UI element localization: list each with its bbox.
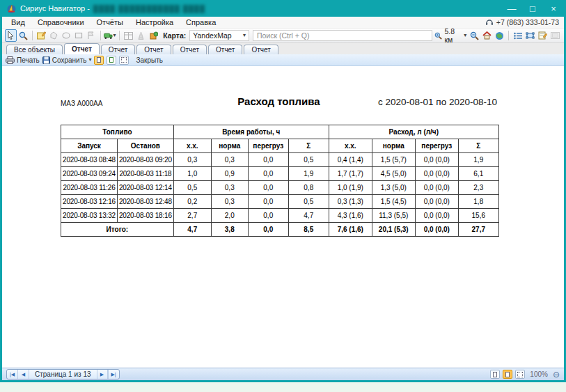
table-cell: 0,2 xyxy=(173,195,211,209)
ellipse-tool-button[interactable] xyxy=(61,29,72,42)
fuel-report-table: ТопливоВремя работы, чРасход, л (л/ч)Зап… xyxy=(61,125,499,237)
print-button[interactable]: Печать xyxy=(6,56,40,64)
tab-5[interactable]: Отчет xyxy=(208,45,242,54)
report-period: с 2020-08-01 по 2020-08-10 xyxy=(378,97,497,107)
table-totals-row: Итого:4,73,80,08,57,6 (1,6)20,1 (5,3)0,0… xyxy=(61,223,499,237)
page-fit-icon xyxy=(109,57,113,63)
table-cell: 0,0 xyxy=(248,181,288,195)
menu-item-2[interactable]: Отчёты xyxy=(91,17,129,28)
totals-cell: 7,6 (1,6) xyxy=(329,223,372,237)
headset-icon xyxy=(485,19,494,26)
home-button[interactable] xyxy=(481,29,493,42)
table-cell: 0,0 (0,0) xyxy=(415,209,458,223)
tab-2[interactable]: Отчет xyxy=(101,45,135,54)
map-scale-caret-icon: ▾ xyxy=(464,33,466,38)
view-mode-single-button[interactable] xyxy=(490,370,500,379)
toolbar-separator xyxy=(508,31,509,40)
minimize-button[interactable]: — xyxy=(501,0,522,17)
polygon-tool-button[interactable] xyxy=(48,29,60,42)
view-mode-grid-button[interactable] xyxy=(515,370,525,379)
totals-cell: 3,8 xyxy=(211,223,248,237)
table-cell: 2020-08-03 09:24 xyxy=(61,167,118,181)
magnifier-icon xyxy=(19,31,28,40)
table-cell: 0,0 (0,0) xyxy=(415,167,458,181)
prev-page-button[interactable]: ◀ xyxy=(18,370,29,379)
first-page-button[interactable]: |◀ xyxy=(7,370,18,379)
home-icon xyxy=(482,31,492,40)
map-select-value: YandexMap xyxy=(193,31,231,40)
screenshot-button[interactable] xyxy=(549,29,561,42)
menu-item-3[interactable]: Настройка xyxy=(129,17,180,28)
floppy-icon xyxy=(42,56,50,64)
table-cell: 0,3 xyxy=(211,181,248,195)
rectangle-tool-button[interactable] xyxy=(73,29,85,42)
menu-item-4[interactable]: Справка xyxy=(180,17,222,28)
zoom-controls: 100% ⊖ xyxy=(490,370,560,379)
menu-items: ВидСправочникиОтчётыНастройкаСправка xyxy=(2,17,222,28)
save-button[interactable]: Сохранить ▾ xyxy=(42,56,92,64)
table-row-2: 2020-08-03 11:262020-08-03 12:140,50,30,… xyxy=(61,181,499,195)
globe-button[interactable] xyxy=(494,29,505,42)
map-select[interactable]: YandexMap ▾ xyxy=(189,30,249,41)
table-column-header-9: Σ xyxy=(458,139,498,153)
table-cell: 2020-08-03 12:14 xyxy=(118,181,174,195)
search-objects-button[interactable] xyxy=(17,29,29,42)
screenshot-icon xyxy=(551,32,560,39)
menu-item-1[interactable]: Справочники xyxy=(31,17,91,28)
menu-item-0[interactable]: Вид xyxy=(5,17,31,28)
table-cell: 0,4 (1,4) xyxy=(329,153,372,167)
table-cell: 0,0 xyxy=(248,209,288,223)
vehicle-menu-button[interactable]: ▾ xyxy=(103,29,116,42)
table-group-header-2: Расход, л (л/ч) xyxy=(329,125,498,139)
table-row-1: 2020-08-03 09:242020-08-03 11:181,00,90,… xyxy=(61,167,499,181)
tab-4[interactable]: Отчет xyxy=(173,45,207,54)
table-cell: 2,7 xyxy=(173,209,211,223)
zoom-out-button[interactable] xyxy=(469,29,480,42)
map-edit-button[interactable] xyxy=(36,29,47,42)
tab-1[interactable]: Отчет xyxy=(64,43,100,54)
table-column-header-2: х.х. xyxy=(173,139,211,153)
table-cell: 0,5 xyxy=(288,195,329,209)
page-indicator: Страница 1 из 13 xyxy=(29,370,97,378)
list-icon xyxy=(514,32,522,40)
geofence-button[interactable] xyxy=(524,29,536,42)
cursor-tool-button[interactable] xyxy=(5,29,17,42)
table-cell: 1,9 xyxy=(458,153,498,167)
table-view-button[interactable] xyxy=(123,29,134,42)
route-tool-button[interactable] xyxy=(86,29,97,42)
object-list-button[interactable] xyxy=(512,29,524,42)
rectangle-icon xyxy=(74,31,83,40)
tab-3[interactable]: Отчет xyxy=(136,45,171,54)
zoom-out-control[interactable]: ⊖ xyxy=(553,370,560,379)
map-scale-control[interactable]: 5.8 км ▾ xyxy=(434,27,466,44)
table-cell: 1,8 xyxy=(458,195,498,209)
totals-cell: 0,0 (0,0) xyxy=(415,223,458,237)
close-button[interactable]: × xyxy=(543,0,564,17)
view-mode-fit-button[interactable] xyxy=(503,370,512,379)
multi-page-view-button[interactable] xyxy=(119,56,129,65)
last-page-button[interactable]: ▶| xyxy=(108,370,119,379)
notes-button[interactable] xyxy=(537,29,549,42)
road-view-button[interactable] xyxy=(135,29,147,42)
maximize-button[interactable]: □ xyxy=(522,0,543,17)
next-page-button[interactable]: ▶ xyxy=(97,370,108,379)
totals-label: Итого: xyxy=(61,223,174,237)
search-input[interactable] xyxy=(253,30,432,41)
multi-page-icon xyxy=(121,57,127,63)
table-cell: 2020-08-03 13:32 xyxy=(61,209,118,223)
tab-0[interactable]: Все объекты xyxy=(6,45,63,54)
tab-6[interactable]: Отчет xyxy=(244,45,278,54)
close-report-button[interactable]: Закрыть xyxy=(136,56,163,64)
map-label: Карта: xyxy=(163,31,186,40)
toolbar-separator xyxy=(119,31,120,40)
table-cell: 4,5 (5,0) xyxy=(372,167,415,181)
fit-page-view-button[interactable] xyxy=(107,56,116,65)
table-group-header-0: Топливо xyxy=(61,125,174,139)
single-page-view-button[interactable] xyxy=(94,56,104,65)
ellipse-icon xyxy=(62,31,70,40)
page-navigator: |◀ ◀ Страница 1 из 13 ▶ ▶| xyxy=(6,369,120,379)
package-button[interactable] xyxy=(148,29,159,42)
support-phone-number: +7 (863) 333-01-73 xyxy=(496,18,559,26)
save-menu-caret-icon[interactable]: ▾ xyxy=(88,57,91,63)
app-logo-icon xyxy=(6,3,17,14)
